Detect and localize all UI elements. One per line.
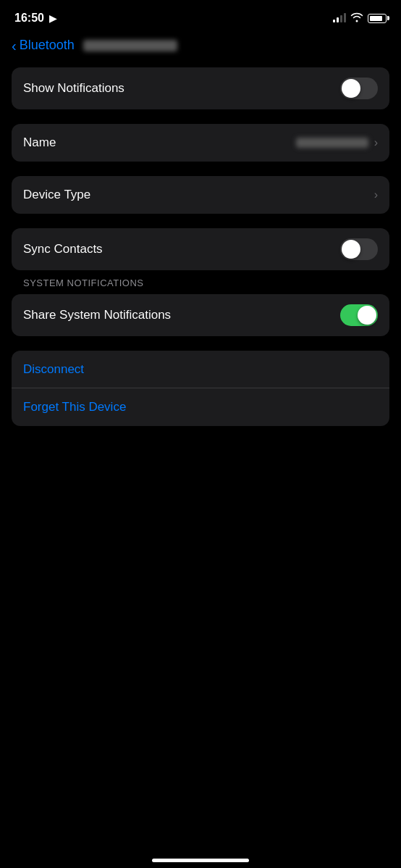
- settings-content: Show Notifications Name › Device Type ›: [0, 67, 401, 426]
- status-bar: 16:50 ▶: [0, 0, 401, 32]
- name-group: Name ›: [12, 124, 389, 162]
- name-chevron-icon: ›: [374, 136, 378, 149]
- share-system-notifications-toggle[interactable]: [340, 304, 378, 326]
- back-chevron-icon: ‹: [12, 38, 17, 53]
- signal-bar-2: [337, 17, 339, 22]
- sync-contacts-label: Sync Contacts: [23, 242, 103, 256]
- device-type-row[interactable]: Device Type ›: [12, 176, 389, 214]
- signal-bars-icon: [333, 14, 346, 22]
- nav-header: ‹ Bluetooth: [0, 32, 401, 67]
- show-notifications-toggle[interactable]: [340, 78, 378, 99]
- toggle-knob-share: [358, 306, 376, 325]
- time-label: 16:50: [14, 12, 44, 25]
- name-value-blurred: [296, 138, 368, 148]
- show-notifications-group: Show Notifications: [12, 67, 389, 109]
- disconnect-row[interactable]: Disconnect: [12, 351, 389, 388]
- system-notifications-header: SYSTEM NOTIFICATIONS: [12, 277, 389, 294]
- device-name-blurred: [83, 40, 177, 51]
- disconnect-label: Disconnect: [23, 362, 84, 377]
- share-system-notifications-label: Share System Notifications: [23, 308, 171, 322]
- name-row[interactable]: Name ›: [12, 124, 389, 162]
- sync-contacts-toggle[interactable]: [340, 238, 378, 260]
- signal-bar-3: [340, 15, 342, 22]
- toggle-knob-sync: [342, 240, 360, 259]
- back-label: Bluetooth: [20, 38, 75, 53]
- status-time: 16:50 ▶: [14, 12, 56, 25]
- toggle-knob: [342, 79, 360, 98]
- forget-device-label: Forget This Device: [23, 400, 126, 414]
- battery-icon: [368, 14, 387, 23]
- status-icons: [333, 12, 387, 25]
- device-type-chevron-icon: ›: [374, 188, 378, 201]
- back-button[interactable]: ‹ Bluetooth: [12, 38, 75, 53]
- share-system-notifications-right: [340, 304, 378, 326]
- show-notifications-row[interactable]: Show Notifications: [12, 67, 389, 109]
- battery-fill: [370, 16, 382, 21]
- share-system-notifications-group: Share System Notifications: [12, 294, 389, 336]
- wifi-icon: [350, 12, 363, 25]
- show-notifications-right: [340, 78, 378, 99]
- name-right: ›: [296, 136, 378, 149]
- forget-device-row[interactable]: Forget This Device: [12, 388, 389, 426]
- device-type-label: Device Type: [23, 188, 90, 202]
- actions-group: Disconnect Forget This Device: [12, 351, 389, 426]
- share-system-notifications-row[interactable]: Share System Notifications: [12, 294, 389, 336]
- sync-contacts-group: Sync Contacts: [12, 228, 389, 270]
- show-notifications-label: Show Notifications: [23, 81, 124, 96]
- signal-bar-1: [333, 20, 335, 22]
- device-type-group: Device Type ›: [12, 176, 389, 214]
- location-icon: ▶: [49, 13, 56, 24]
- signal-bar-4: [344, 13, 346, 22]
- name-label: Name: [23, 135, 56, 150]
- home-indicator: [152, 859, 249, 862]
- device-type-right: ›: [374, 188, 378, 201]
- sync-contacts-right: [340, 238, 378, 260]
- sync-contacts-row[interactable]: Sync Contacts: [12, 228, 389, 270]
